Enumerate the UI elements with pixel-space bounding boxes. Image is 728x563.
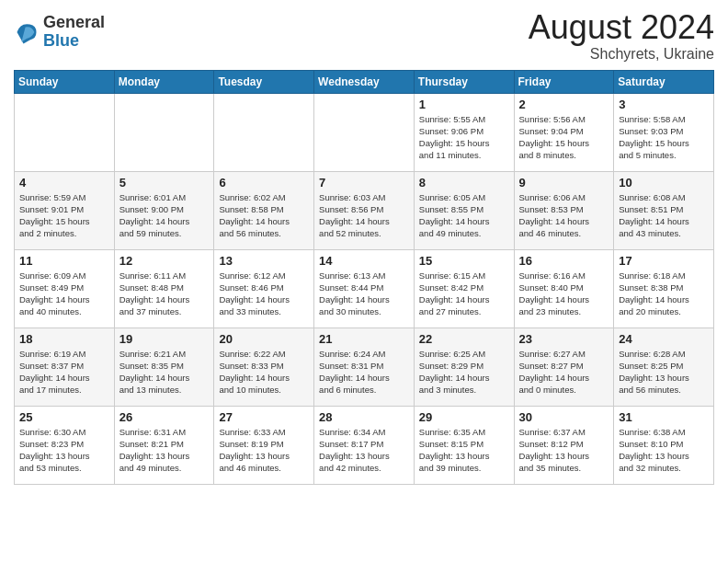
calendar-cell: 6Sunrise: 6:02 AMSunset: 8:58 PMDaylight…: [214, 171, 314, 249]
day-number: 4: [19, 176, 109, 190]
calendar-cell: 15Sunrise: 6:15 AMSunset: 8:42 PMDayligh…: [414, 249, 514, 327]
day-info: Sunrise: 6:37 AMSunset: 8:12 PMDaylight:…: [519, 426, 609, 475]
calendar-cell: [314, 93, 415, 171]
day-number: 23: [519, 332, 609, 346]
day-info: Sunrise: 6:19 AMSunset: 8:37 PMDaylight:…: [19, 348, 109, 396]
day-number: 5: [119, 176, 210, 190]
calendar-cell: 27Sunrise: 6:33 AMSunset: 8:19 PMDayligh…: [214, 406, 314, 484]
day-number: 16: [519, 254, 609, 268]
day-info: Sunrise: 6:13 AMSunset: 8:44 PMDaylight:…: [319, 270, 409, 318]
logo-text: General Blue: [43, 14, 105, 51]
day-info: Sunrise: 6:21 AMSunset: 8:35 PMDaylight:…: [119, 348, 210, 396]
col-wednesday: Wednesday: [314, 70, 415, 93]
calendar-cell: 24Sunrise: 6:28 AMSunset: 8:25 PMDayligh…: [614, 327, 714, 406]
col-friday: Friday: [514, 70, 614, 93]
day-number: 18: [19, 332, 109, 346]
day-info: Sunrise: 5:58 AMSunset: 9:03 PMDaylight:…: [619, 113, 709, 162]
day-number: 21: [319, 332, 409, 346]
col-saturday: Saturday: [614, 70, 714, 93]
calendar-cell: 5Sunrise: 6:01 AMSunset: 9:00 PMDaylight…: [114, 171, 214, 249]
logo: General Blue: [14, 14, 105, 51]
calendar-cell: 21Sunrise: 6:24 AMSunset: 8:31 PMDayligh…: [314, 327, 415, 406]
month-year: August 2024: [529, 9, 714, 46]
calendar-cell: 2Sunrise: 5:56 AMSunset: 9:04 PMDaylight…: [514, 93, 614, 171]
location: Shchyrets, Ukraine: [529, 46, 714, 63]
logo-icon: [14, 19, 40, 45]
col-thursday: Thursday: [414, 70, 514, 93]
day-number: 17: [619, 254, 709, 268]
day-number: 12: [119, 254, 210, 268]
day-number: 27: [219, 410, 309, 424]
day-info: Sunrise: 6:34 AMSunset: 8:17 PMDaylight:…: [319, 426, 409, 475]
calendar-body: 1Sunrise: 5:55 AMSunset: 9:06 PMDaylight…: [15, 93, 714, 484]
day-number: 13: [219, 254, 309, 268]
day-info: Sunrise: 6:08 AMSunset: 8:51 PMDaylight:…: [619, 191, 709, 240]
calendar-cell: 16Sunrise: 6:16 AMSunset: 8:40 PMDayligh…: [514, 249, 614, 327]
day-number: 31: [619, 410, 709, 424]
calendar-cell: 31Sunrise: 6:38 AMSunset: 8:10 PMDayligh…: [614, 406, 714, 484]
calendar-cell: 22Sunrise: 6:25 AMSunset: 8:29 PMDayligh…: [414, 327, 514, 406]
day-info: Sunrise: 5:56 AMSunset: 9:04 PMDaylight:…: [519, 113, 609, 162]
day-info: Sunrise: 6:12 AMSunset: 8:46 PMDaylight:…: [219, 270, 309, 318]
calendar-cell: 13Sunrise: 6:12 AMSunset: 8:46 PMDayligh…: [214, 249, 314, 327]
day-number: 8: [419, 176, 509, 190]
day-info: Sunrise: 6:02 AMSunset: 8:58 PMDaylight:…: [219, 191, 309, 240]
calendar-cell: 18Sunrise: 6:19 AMSunset: 8:37 PMDayligh…: [15, 327, 115, 406]
day-info: Sunrise: 5:59 AMSunset: 9:01 PMDaylight:…: [19, 191, 109, 240]
day-number: 20: [219, 332, 309, 346]
day-info: Sunrise: 6:22 AMSunset: 8:33 PMDaylight:…: [219, 348, 309, 396]
logo-general: General: [43, 14, 105, 32]
calendar-week-5: 25Sunrise: 6:30 AMSunset: 8:23 PMDayligh…: [15, 406, 714, 484]
calendar-week-1: 1Sunrise: 5:55 AMSunset: 9:06 PMDaylight…: [15, 93, 714, 171]
day-info: Sunrise: 6:30 AMSunset: 8:23 PMDaylight:…: [19, 426, 109, 475]
page: General Blue August 2024 Shchyrets, Ukra…: [0, 0, 728, 563]
calendar-cell: 30Sunrise: 6:37 AMSunset: 8:12 PMDayligh…: [514, 406, 614, 484]
day-number: 11: [19, 254, 109, 268]
calendar-cell: [15, 93, 115, 171]
day-number: 22: [419, 332, 509, 346]
day-number: 30: [519, 410, 609, 424]
day-number: 15: [419, 254, 509, 268]
day-number: 2: [519, 98, 609, 111]
header: General Blue August 2024 Shchyrets, Ukra…: [14, 9, 714, 63]
calendar-week-2: 4Sunrise: 5:59 AMSunset: 9:01 PMDaylight…: [15, 171, 714, 249]
day-info: Sunrise: 6:06 AMSunset: 8:53 PMDaylight:…: [519, 191, 609, 240]
calendar-cell: [214, 93, 314, 171]
day-info: Sunrise: 6:25 AMSunset: 8:29 PMDaylight:…: [419, 348, 509, 396]
calendar-cell: 14Sunrise: 6:13 AMSunset: 8:44 PMDayligh…: [314, 249, 415, 327]
calendar-cell: 3Sunrise: 5:58 AMSunset: 9:03 PMDaylight…: [614, 93, 714, 171]
day-info: Sunrise: 6:33 AMSunset: 8:19 PMDaylight:…: [219, 426, 309, 475]
calendar-cell: 20Sunrise: 6:22 AMSunset: 8:33 PMDayligh…: [214, 327, 314, 406]
calendar-cell: 9Sunrise: 6:06 AMSunset: 8:53 PMDaylight…: [514, 171, 614, 249]
calendar-cell: 28Sunrise: 6:34 AMSunset: 8:17 PMDayligh…: [314, 406, 415, 484]
calendar-week-4: 18Sunrise: 6:19 AMSunset: 8:37 PMDayligh…: [15, 327, 714, 406]
day-info: Sunrise: 6:09 AMSunset: 8:49 PMDaylight:…: [19, 270, 109, 318]
day-number: 7: [319, 176, 409, 190]
day-info: Sunrise: 6:24 AMSunset: 8:31 PMDaylight:…: [319, 348, 409, 396]
day-info: Sunrise: 6:03 AMSunset: 8:56 PMDaylight:…: [319, 191, 409, 240]
day-info: Sunrise: 6:05 AMSunset: 8:55 PMDaylight:…: [419, 191, 509, 240]
calendar-cell: 10Sunrise: 6:08 AMSunset: 8:51 PMDayligh…: [614, 171, 714, 249]
day-number: 19: [119, 332, 210, 346]
day-info: Sunrise: 6:11 AMSunset: 8:48 PMDaylight:…: [119, 270, 210, 318]
calendar-cell: [114, 93, 214, 171]
col-tuesday: Tuesday: [214, 70, 314, 93]
calendar-cell: 4Sunrise: 5:59 AMSunset: 9:01 PMDaylight…: [15, 171, 115, 249]
calendar-cell: 8Sunrise: 6:05 AMSunset: 8:55 PMDaylight…: [414, 171, 514, 249]
day-number: 28: [319, 410, 409, 424]
day-info: Sunrise: 6:27 AMSunset: 8:27 PMDaylight:…: [519, 348, 609, 396]
calendar-cell: 23Sunrise: 6:27 AMSunset: 8:27 PMDayligh…: [514, 327, 614, 406]
header-row: Sunday Monday Tuesday Wednesday Thursday…: [15, 70, 714, 93]
day-number: 26: [119, 410, 210, 424]
day-info: Sunrise: 6:31 AMSunset: 8:21 PMDaylight:…: [119, 426, 210, 475]
calendar-cell: 25Sunrise: 6:30 AMSunset: 8:23 PMDayligh…: [15, 406, 115, 484]
day-info: Sunrise: 6:01 AMSunset: 9:00 PMDaylight:…: [119, 191, 210, 240]
day-info: Sunrise: 5:55 AMSunset: 9:06 PMDaylight:…: [419, 113, 509, 162]
day-number: 29: [419, 410, 509, 424]
day-info: Sunrise: 6:15 AMSunset: 8:42 PMDaylight:…: [419, 270, 509, 318]
day-number: 9: [519, 176, 609, 190]
col-sunday: Sunday: [15, 70, 115, 93]
day-number: 14: [319, 254, 409, 268]
day-info: Sunrise: 6:18 AMSunset: 8:38 PMDaylight:…: [619, 270, 709, 318]
day-number: 3: [619, 98, 709, 111]
